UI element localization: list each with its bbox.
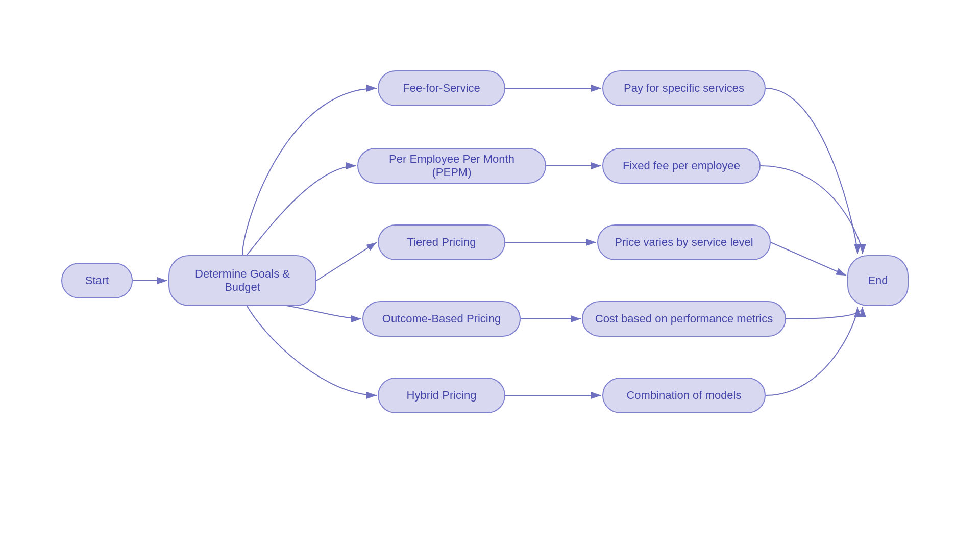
price-varies-node: Price varies by service level [597,224,771,260]
determine-node: Determine Goals & Budget [168,255,316,306]
pepm-node: Per Employee Per Month (PEPM) [357,148,546,184]
fee-for-service-node: Fee-for-Service [378,70,505,106]
cost-based-node: Cost based on performance metrics [582,301,786,337]
svg-line-3 [316,242,377,281]
pay-specific-node: Pay for specific services [602,70,766,106]
diagram-container: Start Determine Goals & Budget Fee-for-S… [31,26,949,525]
outcome-based-node: Outcome-Based Pricing [362,301,521,337]
tiered-pricing-node: Tiered Pricing [378,224,505,260]
combination-node: Combination of models [602,378,766,413]
fixed-fee-node: Fixed fee per employee [602,148,761,184]
end-node: End [847,255,909,306]
svg-line-9 [771,242,846,276]
start-node: Start [61,263,133,298]
hybrid-pricing-node: Hybrid Pricing [378,378,505,413]
